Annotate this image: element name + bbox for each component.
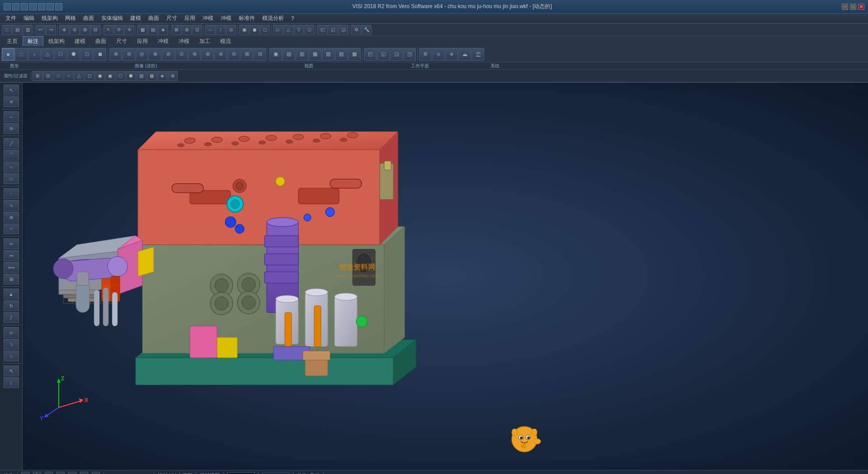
filter-btn3[interactable]: □ xyxy=(53,71,63,81)
tb-sys[interactable]: ⚙ xyxy=(351,25,361,35)
tb3-shape5[interactable]: ⬡ xyxy=(54,48,67,61)
tb3-img11[interactable]: ⊞ xyxy=(241,48,253,61)
tb3-wp3[interactable]: ◲ xyxy=(390,48,403,61)
tb3-img4[interactable]: ⊗ xyxy=(149,48,161,61)
tb3-shape4[interactable]: △ xyxy=(41,48,54,61)
close-button[interactable]: ✕ xyxy=(858,4,864,10)
filter-btn13[interactable]: ◈ xyxy=(157,71,167,81)
menu-punch[interactable]: 冲模 xyxy=(199,14,217,23)
sb-rect[interactable]: □ xyxy=(4,173,19,184)
tab-wireframe[interactable]: 线架构 xyxy=(43,36,70,46)
tb3-img1[interactable]: ⊕ xyxy=(109,48,122,61)
sb-bool-int[interactable]: ∩ xyxy=(4,351,19,361)
tb3-img3[interactable]: ◎ xyxy=(136,48,148,61)
tb-redo[interactable]: ↪ xyxy=(46,25,56,35)
tab-dim[interactable]: 尺寸 xyxy=(111,36,132,46)
tb-new[interactable]: □ xyxy=(2,25,12,35)
sb-fillet[interactable]: ⌔ xyxy=(4,223,19,234)
tb3-img9[interactable]: ⊜ xyxy=(214,48,227,61)
sb-revolve[interactable]: ↻ xyxy=(4,300,19,311)
sb-bool-sub[interactable]: ∖ xyxy=(4,339,19,350)
tb-layer[interactable]: ▦ xyxy=(137,25,147,35)
menu-wireframe[interactable]: 线架构 xyxy=(38,14,61,23)
tab-machining[interactable]: 加工 xyxy=(194,36,215,46)
tb-measure2[interactable]: ↕ xyxy=(216,25,226,35)
tb3-shape3[interactable]: ○ xyxy=(28,48,41,61)
tb-undo[interactable]: ↩ xyxy=(36,25,46,35)
menu-mesh[interactable]: 网格 xyxy=(61,14,80,23)
filter-btn1[interactable]: ⊞ xyxy=(33,71,42,81)
tb3-img8[interactable]: ⊛ xyxy=(201,48,214,61)
tb3-img10[interactable]: ⊝ xyxy=(227,48,240,61)
tb3-img6[interactable]: ⊙ xyxy=(175,48,188,61)
menu-dimension[interactable]: 尺寸 xyxy=(163,14,181,23)
status-icon-1[interactable]: ⚙ xyxy=(21,472,29,474)
tb-open[interactable]: ▤ xyxy=(12,25,22,35)
tab-mold2[interactable]: 冲模 xyxy=(174,36,194,46)
sb-rotate[interactable]: ⟳ xyxy=(4,123,19,134)
menu-flow[interactable]: 模流分析 xyxy=(259,14,288,23)
viewport[interactable]: 智造资料网 www.zhizaoziliao.com Z X Y xyxy=(23,83,868,470)
tb-rotate[interactable]: ⟳ xyxy=(114,25,124,35)
sb-deselect[interactable]: ✕ xyxy=(4,96,19,107)
menu-file[interactable]: 文件 xyxy=(2,14,20,23)
minimize-button[interactable]: ─ xyxy=(842,4,848,10)
tb3-view4[interactable]: ▦ xyxy=(309,48,321,61)
status-icon-4[interactable]: ⊕ xyxy=(57,472,65,474)
filter-btn8[interactable]: ▣ xyxy=(105,71,115,81)
tb3-img7[interactable]: ⊚ xyxy=(188,48,201,61)
tb3-sys4[interactable]: ⛰ xyxy=(458,48,471,61)
tb3-shape1[interactable]: ■ xyxy=(2,48,14,61)
status-icon-2[interactable]: 🔧 xyxy=(33,472,41,474)
filter-btn9[interactable]: ⬡ xyxy=(116,71,126,81)
tb-save[interactable]: ▥ xyxy=(23,25,33,35)
filter-btn4[interactable]: ○ xyxy=(64,71,74,81)
sb-note[interactable]: ✎ xyxy=(4,365,19,376)
tb-pan[interactable]: ✛ xyxy=(124,25,134,35)
sb-extrude[interactable]: ▲ xyxy=(4,289,19,299)
tb3-img5[interactable]: ⊘ xyxy=(162,48,175,61)
tb-view-iso[interactable]: ⬡ xyxy=(304,25,314,35)
filter-btn2[interactable]: ⊟ xyxy=(43,71,53,81)
sb-array[interactable]: ⊞ xyxy=(4,274,19,284)
tb-props[interactable]: ▤ xyxy=(148,25,158,35)
tb-plane[interactable]: ◰ xyxy=(317,25,327,35)
tb3-sys5[interactable]: ⛱ xyxy=(472,48,484,61)
tb-snap[interactable]: ⊠ xyxy=(171,25,181,35)
tb3-shape2[interactable]: □ xyxy=(15,48,28,61)
tb3-view3[interactable]: ▥ xyxy=(296,48,308,61)
tb-zoom-in[interactable]: ⊕ xyxy=(59,25,69,35)
sb-spline[interactable]: ∿ xyxy=(4,200,19,211)
menu-edit[interactable]: 编辑 xyxy=(20,14,38,23)
tb3-view5[interactable]: ▧ xyxy=(322,48,335,61)
filter-btn5[interactable]: △ xyxy=(74,71,84,81)
sb-circle[interactable]: ○ xyxy=(4,161,19,172)
status-icon-5[interactable]: ⊞ xyxy=(68,472,76,474)
filter-btn7[interactable]: ◼ xyxy=(95,71,105,81)
sb-dim[interactable]: ↕ xyxy=(4,377,19,388)
tb3-sys3[interactable]: ⛯ xyxy=(445,48,458,61)
status-icon-7[interactable]: ⊗ xyxy=(92,472,100,474)
menu-standard[interactable]: 标准件 xyxy=(235,14,259,23)
tb-wire[interactable]: ◻ xyxy=(260,25,270,35)
tab-annotation[interactable]: 标注 xyxy=(23,36,43,46)
sb-point[interactable]: · xyxy=(4,188,19,199)
tb3-sys1[interactable]: ⚙ xyxy=(419,48,432,61)
tb-view-top[interactable]: △ xyxy=(283,25,293,35)
tb3-sys2[interactable]: ⛭ xyxy=(432,48,445,61)
sb-select[interactable]: ↖ xyxy=(4,85,19,95)
tb3-wp1[interactable]: ◰ xyxy=(364,48,377,61)
sb-trim[interactable]: ✂ xyxy=(4,238,19,249)
filter-btn14[interactable]: ⊗ xyxy=(168,71,178,81)
tb-zoom-all[interactable]: ⊞ xyxy=(80,25,90,35)
sb-mirror[interactable]: ⟺ xyxy=(4,262,19,273)
tb-color[interactable]: ◈ xyxy=(158,25,168,35)
tb-select[interactable]: ↖ xyxy=(104,25,113,35)
sb-measure[interactable]: ↔ xyxy=(4,111,19,122)
tb-analyze[interactable]: ◎ xyxy=(226,25,236,35)
tb3-img2[interactable]: ⊖ xyxy=(123,48,135,61)
tb-render[interactable]: ▣ xyxy=(239,25,249,35)
tab-flow[interactable]: 模流 xyxy=(215,36,236,46)
menu-apply[interactable]: 应用 xyxy=(181,14,199,23)
filter-btn11[interactable]: ▤ xyxy=(137,71,146,81)
